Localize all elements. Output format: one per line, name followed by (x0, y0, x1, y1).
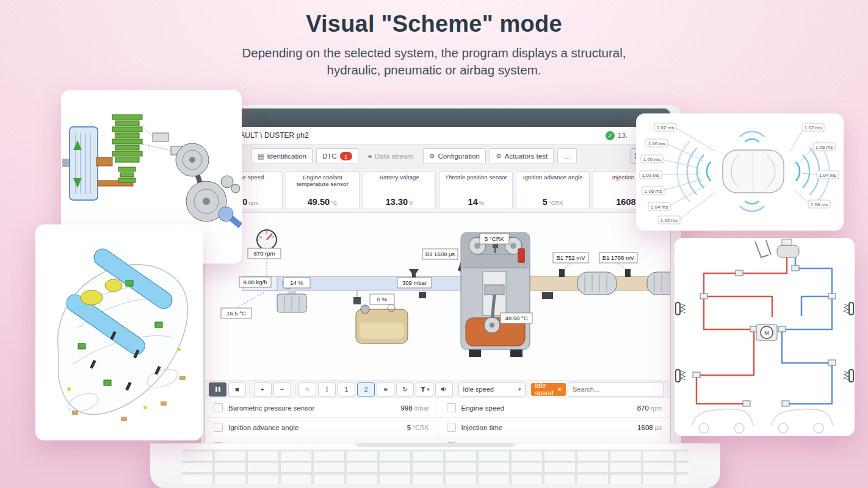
parking-sensor-label: 1.06 ms (813, 143, 835, 151)
stop-button[interactable]: ■ (228, 382, 246, 396)
parking-sensor-label: 1.06 ms (646, 139, 668, 147)
pedal-assembly (755, 239, 799, 257)
table-row: Injection time 1608μs (438, 418, 671, 437)
group-select[interactable]: Idle speed ▾ (458, 382, 525, 396)
hero: Visual "Scheme" mode Depending on the se… (0, 7, 868, 79)
tab-identification-label: Identification (267, 152, 306, 160)
sensor-card-unit: °CRK (549, 199, 563, 206)
sensor-card-unit: rpm (248, 199, 258, 206)
stream-toolbar: ■ + − ≈ I 1 2 ≡ ↻ ▾ Idle speed ▾ (205, 381, 670, 398)
sensor-card-title: Battery voltage (379, 174, 419, 181)
tab-data-stream-label: Data stream (375, 152, 413, 160)
tab-data-stream[interactable]: ≡ Data stream (362, 148, 419, 164)
svg-text:1.02 ms: 1.02 ms (657, 125, 674, 131)
svg-text:1.02 ms: 1.02 ms (805, 125, 822, 131)
promo-stage: Visual "Scheme" mode Depending on the se… (0, 0, 868, 488)
clutch-assembly (62, 127, 98, 200)
dtc-count-badge: 1 (340, 152, 352, 160)
catalyst (577, 272, 617, 295)
air-filter (277, 290, 306, 312)
svg-text:B1 752 mV: B1 752 mV (557, 254, 586, 261)
row-checkbox[interactable] (214, 403, 223, 412)
id-card-icon: ▤ (258, 152, 264, 160)
pause-icon (215, 386, 221, 392)
engine-block (461, 232, 530, 357)
cursor-mode-button[interactable]: I (318, 382, 336, 396)
refresh-button[interactable]: ↻ (396, 382, 414, 396)
page-subtitle: Depending on the selected system, the pr… (0, 45, 868, 79)
toolbar-separator (295, 384, 295, 394)
catalyst-2 (647, 272, 670, 295)
scheme-label-ignition: 5 °CRK (480, 234, 509, 244)
tab-configuration[interactable]: ⚙ Configuration (423, 148, 486, 164)
group-select-value: Idle speed (463, 386, 494, 393)
param-name: Barometric pressure sensor (228, 404, 363, 412)
sensor-card-value: 49.50 (308, 197, 330, 207)
tab-identification[interactable]: ▤ Identification (251, 148, 313, 164)
svg-text:9.00 kg/h: 9.00 kg/h (243, 279, 267, 285)
sound-button[interactable] (435, 382, 453, 396)
filter-chip[interactable]: Idle speed × (531, 383, 566, 396)
chip-close-icon[interactable]: × (558, 386, 562, 393)
funnel-icon (420, 386, 426, 392)
laptop-screen: RENAULT \ DUSTER ph2 ✓ 13. ▤ Identificat… (201, 105, 681, 450)
subtitle-line2: hydraulic, pneumatic or airbag system. (327, 63, 541, 77)
param-unit: mbar (414, 404, 429, 412)
zoom-out-button[interactable]: − (273, 382, 291, 396)
gear-icon: ⚙ (429, 152, 435, 160)
tab-bar: ▤ Identification DTC 1 ≡ Data stream ⚙ C… (205, 145, 670, 168)
hydraulic-scheme-panel: M (675, 238, 855, 436)
svg-text:5 °CRK: 5 °CRK (485, 235, 504, 242)
page-1-button[interactable]: 1 (338, 382, 355, 396)
svg-text:1.04 ms: 1.04 ms (819, 173, 836, 178)
purge-valve (353, 290, 361, 304)
table-row: Ignition advance angle 5°CRK (205, 418, 438, 437)
muffler-icon (542, 292, 553, 299)
keyboard (182, 450, 689, 484)
o2-sensor-icon (625, 269, 631, 277)
param-name: Injection time (461, 424, 596, 431)
parking-sensor-label: 1.04 ms (817, 171, 839, 179)
engine-scheme: 870 rpm 9.00 kg/h 14 % 16.5 °C 0 % (205, 213, 670, 381)
brake-circuit-secondary (782, 257, 832, 404)
subtitle-line1: Depending on the selected system, the pr… (242, 46, 626, 60)
filter-button[interactable]: ▾ (416, 382, 433, 396)
svg-text:1.03 ms: 1.03 ms (642, 173, 659, 178)
tab-dtc[interactable]: DTC 1 (316, 148, 358, 164)
app-titlebar (205, 109, 670, 127)
sensor-card: Engine coolant temperature sensor 49.50°… (286, 171, 360, 209)
sensor-card-unit: V (409, 199, 413, 206)
param-unit: μs (655, 424, 662, 431)
laptop-base (150, 443, 720, 488)
cvt-pulleys (176, 143, 226, 221)
sensor-card-value: 1608 (616, 197, 635, 207)
param-value: 5 (407, 424, 411, 431)
actuator-icon (419, 292, 426, 298)
row-checkbox[interactable] (447, 403, 456, 412)
scheme-label-injection: B1 1608 μs (422, 249, 458, 259)
scheme-label-throttle: 14 % (283, 278, 310, 288)
tab-more[interactable]: … (557, 148, 577, 164)
parking-sensor-label: 1.06 ms (642, 187, 664, 195)
wave-mode-button[interactable]: ≈ (298, 382, 316, 396)
tab-dtc-label: DTC (322, 152, 337, 160)
param-value: 870 (637, 404, 649, 412)
gear-icon: ⚙ (496, 152, 502, 160)
list-view-button[interactable]: ≡ (377, 382, 394, 396)
row-checkbox[interactable] (447, 423, 456, 432)
page-2-button[interactable]: 2 (357, 382, 375, 396)
vehicle-header: RENAULT \ DUSTER ph2 ✓ 13. (205, 127, 670, 145)
scheme-label-iat: 16.5 °C (221, 308, 251, 318)
car-top-view (723, 150, 784, 193)
scheme-label-coolant: 49.50 °C (501, 313, 532, 323)
zoom-in-button[interactable]: + (254, 382, 272, 396)
sensor-card-title: Ignition advance angle (523, 174, 583, 181)
param-name: Engine speed (461, 404, 596, 412)
row-checkbox[interactable] (214, 423, 223, 432)
search-input[interactable] (568, 382, 664, 396)
svg-text:16.5 °C: 16.5 °C (226, 310, 246, 317)
oil-reservoir (356, 304, 408, 343)
filter-chip-label: Idle speed (535, 382, 554, 396)
pause-button[interactable] (209, 382, 226, 396)
tab-actuators-test[interactable]: ⚙ Actuators test (490, 148, 554, 164)
